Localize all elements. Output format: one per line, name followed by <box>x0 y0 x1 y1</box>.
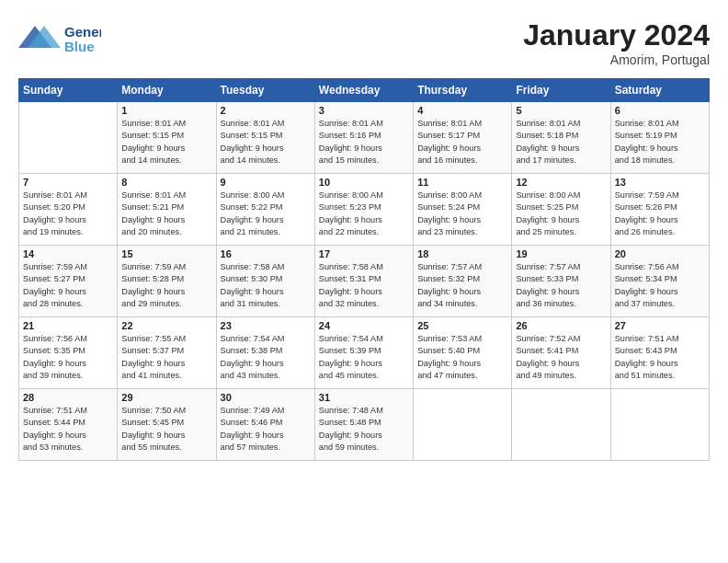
cell-w2d3: 17Sunrise: 7:58 AMSunset: 5:31 PMDayligh… <box>314 246 413 317</box>
cell-w0d1: 1Sunrise: 8:01 AMSunset: 5:15 PMDaylight… <box>118 102 216 174</box>
day-info: Sunrise: 7:51 AMSunset: 5:43 PMDaylight:… <box>615 333 705 382</box>
cell-w0d2: 2Sunrise: 8:01 AMSunset: 5:15 PMDaylight… <box>216 102 314 174</box>
calendar-table: Sunday Monday Tuesday Wednesday Thursday… <box>18 78 710 461</box>
week-row-4: 28Sunrise: 7:51 AMSunset: 5:44 PMDayligh… <box>19 389 710 461</box>
cell-w4d0: 28Sunrise: 7:51 AMSunset: 5:44 PMDayligh… <box>19 389 118 461</box>
header: General Blue January 2024 Amorim, Portug… <box>18 18 710 67</box>
day-info: Sunrise: 7:52 AMSunset: 5:41 PMDaylight:… <box>516 333 606 382</box>
title-block: January 2024 Amorim, Portugal <box>523 18 710 67</box>
day-number: 2 <box>221 105 311 116</box>
day-number: 27 <box>615 320 705 331</box>
cell-w3d1: 22Sunrise: 7:55 AMSunset: 5:37 PMDayligh… <box>118 317 216 389</box>
day-info: Sunrise: 7:58 AMSunset: 5:30 PMDaylight:… <box>221 261 311 310</box>
day-number: 22 <box>121 320 211 331</box>
svg-text:Blue: Blue <box>64 39 95 54</box>
month-title: January 2024 <box>523 18 710 52</box>
day-number: 13 <box>615 177 705 188</box>
col-tuesday: Tuesday <box>216 79 314 102</box>
day-info: Sunrise: 7:56 AMSunset: 5:34 PMDaylight:… <box>615 261 705 310</box>
day-info: Sunrise: 7:57 AMSunset: 5:33 PMDaylight:… <box>516 261 606 310</box>
day-number: 30 <box>221 392 311 403</box>
cell-w0d3: 3Sunrise: 8:01 AMSunset: 5:16 PMDaylight… <box>314 102 413 174</box>
day-number: 6 <box>615 105 705 116</box>
day-number: 25 <box>417 320 507 331</box>
cell-w4d2: 30Sunrise: 7:49 AMSunset: 5:46 PMDayligh… <box>216 389 314 461</box>
day-number: 31 <box>319 392 409 403</box>
day-info: Sunrise: 7:51 AMSunset: 5:44 PMDaylight:… <box>23 405 113 454</box>
day-info: Sunrise: 8:01 AMSunset: 5:20 PMDaylight:… <box>23 190 113 238</box>
cell-w2d2: 16Sunrise: 7:58 AMSunset: 5:30 PMDayligh… <box>216 246 314 317</box>
cell-w2d6: 20Sunrise: 7:56 AMSunset: 5:34 PMDayligh… <box>610 246 709 317</box>
day-number: 12 <box>516 177 606 188</box>
day-number: 21 <box>23 320 113 331</box>
day-number: 24 <box>319 320 409 331</box>
day-info: Sunrise: 8:00 AMSunset: 5:22 PMDaylight:… <box>221 190 311 238</box>
day-info: Sunrise: 7:50 AMSunset: 5:45 PMDaylight:… <box>121 405 211 454</box>
week-row-0: 1Sunrise: 8:01 AMSunset: 5:15 PMDaylight… <box>19 102 710 174</box>
cell-w2d1: 15Sunrise: 7:59 AMSunset: 5:28 PMDayligh… <box>118 246 216 317</box>
col-monday: Monday <box>118 79 216 102</box>
day-number: 23 <box>221 320 311 331</box>
day-number: 20 <box>615 248 705 259</box>
day-number: 28 <box>23 392 113 403</box>
day-info: Sunrise: 7:58 AMSunset: 5:31 PMDaylight:… <box>319 261 409 310</box>
cell-w4d3: 31Sunrise: 7:48 AMSunset: 5:48 PMDayligh… <box>314 389 413 461</box>
cell-w3d3: 24Sunrise: 7:54 AMSunset: 5:39 PMDayligh… <box>314 317 413 389</box>
col-wednesday: Wednesday <box>314 79 413 102</box>
day-number: 3 <box>319 105 409 116</box>
cell-w4d6 <box>610 389 709 461</box>
logo: General Blue <box>18 18 101 59</box>
day-info: Sunrise: 7:59 AMSunset: 5:28 PMDaylight:… <box>121 261 211 310</box>
cell-w4d4 <box>414 389 512 461</box>
day-number: 5 <box>516 105 606 116</box>
cell-w3d5: 26Sunrise: 7:52 AMSunset: 5:41 PMDayligh… <box>512 317 610 389</box>
day-number: 16 <box>221 248 311 259</box>
day-info: Sunrise: 7:49 AMSunset: 5:46 PMDaylight:… <box>221 405 311 454</box>
col-saturday: Saturday <box>610 79 709 102</box>
day-info: Sunrise: 7:55 AMSunset: 5:37 PMDaylight:… <box>121 333 211 382</box>
cell-w3d6: 27Sunrise: 7:51 AMSunset: 5:43 PMDayligh… <box>610 317 709 389</box>
cell-w0d0 <box>19 102 118 174</box>
cell-w2d0: 14Sunrise: 7:59 AMSunset: 5:27 PMDayligh… <box>19 246 118 317</box>
col-friday: Friday <box>512 79 610 102</box>
cell-w4d5 <box>512 389 610 461</box>
location: Amorim, Portugal <box>523 52 710 67</box>
day-info: Sunrise: 8:00 AMSunset: 5:24 PMDaylight:… <box>417 190 507 238</box>
day-number: 1 <box>121 105 211 116</box>
cell-w4d1: 29Sunrise: 7:50 AMSunset: 5:45 PMDayligh… <box>118 389 216 461</box>
cell-w1d1: 8Sunrise: 8:01 AMSunset: 5:21 PMDaylight… <box>118 174 216 246</box>
day-number: 10 <box>319 177 409 188</box>
day-number: 15 <box>121 248 211 259</box>
day-info: Sunrise: 7:53 AMSunset: 5:40 PMDaylight:… <box>417 333 507 382</box>
day-info: Sunrise: 8:01 AMSunset: 5:15 PMDaylight:… <box>221 118 311 167</box>
day-number: 19 <box>516 248 606 259</box>
day-number: 8 <box>121 177 211 188</box>
cell-w1d0: 7Sunrise: 8:01 AMSunset: 5:20 PMDaylight… <box>19 174 118 246</box>
svg-text:General: General <box>64 24 101 40</box>
cell-w1d2: 9Sunrise: 8:00 AMSunset: 5:22 PMDaylight… <box>216 174 314 246</box>
cell-w0d4: 4Sunrise: 8:01 AMSunset: 5:17 PMDaylight… <box>414 102 512 174</box>
day-number: 26 <box>516 320 606 331</box>
cell-w0d5: 5Sunrise: 8:01 AMSunset: 5:18 PMDaylight… <box>512 102 610 174</box>
cell-w3d4: 25Sunrise: 7:53 AMSunset: 5:40 PMDayligh… <box>414 317 512 389</box>
cell-w3d0: 21Sunrise: 7:56 AMSunset: 5:35 PMDayligh… <box>19 317 118 389</box>
cell-w2d4: 18Sunrise: 7:57 AMSunset: 5:32 PMDayligh… <box>414 246 512 317</box>
logo-svg: General Blue <box>18 18 101 55</box>
cell-w1d5: 12Sunrise: 8:00 AMSunset: 5:25 PMDayligh… <box>512 174 610 246</box>
week-row-2: 14Sunrise: 7:59 AMSunset: 5:27 PMDayligh… <box>19 246 710 317</box>
day-info: Sunrise: 7:54 AMSunset: 5:38 PMDaylight:… <box>221 333 311 382</box>
cell-w1d3: 10Sunrise: 8:00 AMSunset: 5:23 PMDayligh… <box>314 174 413 246</box>
day-number: 9 <box>221 177 311 188</box>
logo-block: General Blue <box>18 18 101 59</box>
day-number: 18 <box>417 248 507 259</box>
day-info: Sunrise: 8:00 AMSunset: 5:23 PMDaylight:… <box>319 190 409 238</box>
col-thursday: Thursday <box>414 79 512 102</box>
cell-w2d5: 19Sunrise: 7:57 AMSunset: 5:33 PMDayligh… <box>512 246 610 317</box>
day-info: Sunrise: 7:59 AMSunset: 5:26 PMDaylight:… <box>615 190 705 238</box>
week-row-3: 21Sunrise: 7:56 AMSunset: 5:35 PMDayligh… <box>19 317 710 389</box>
col-sunday: Sunday <box>19 79 118 102</box>
day-number: 11 <box>417 177 507 188</box>
day-info: Sunrise: 8:01 AMSunset: 5:19 PMDaylight:… <box>615 118 705 167</box>
day-info: Sunrise: 8:01 AMSunset: 5:17 PMDaylight:… <box>417 118 507 167</box>
day-info: Sunrise: 8:01 AMSunset: 5:18 PMDaylight:… <box>516 118 606 167</box>
